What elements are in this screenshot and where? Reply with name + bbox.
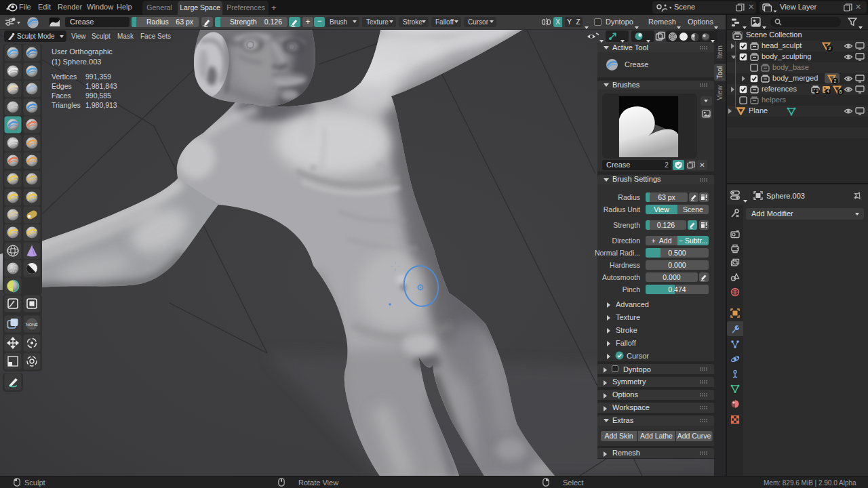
- svg-text:NONE: NONE: [26, 322, 38, 327]
